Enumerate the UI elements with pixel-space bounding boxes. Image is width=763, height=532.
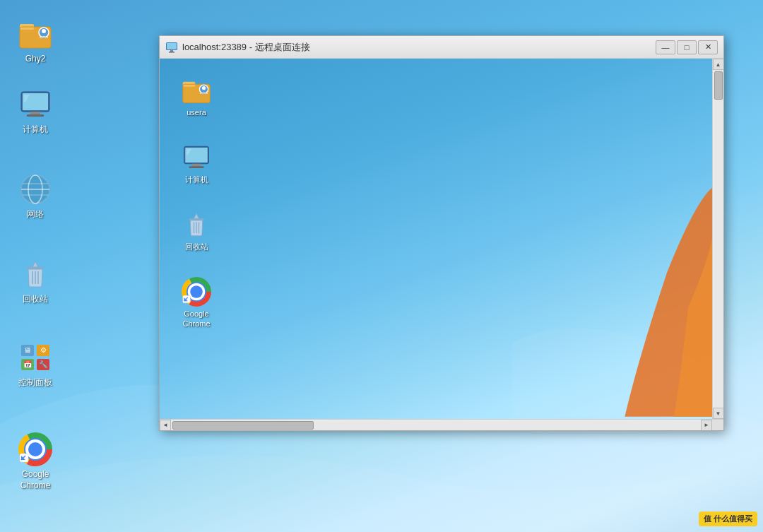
scroll-thumb-right[interactable] bbox=[714, 71, 723, 100]
svg-marker-58 bbox=[194, 213, 199, 218]
svg-rect-46 bbox=[167, 43, 177, 49]
watermark-text: 值 什么值得买 bbox=[704, 514, 752, 523]
rdp-scrollbar-bottom[interactable]: ◄ ► bbox=[160, 419, 723, 430]
scroll-track-bottom bbox=[171, 420, 701, 430]
rdp-content: usera 计算机 bbox=[160, 59, 723, 430]
watermark-badge: 值 什么值得买 bbox=[699, 512, 757, 526]
control-panel-icon: 🖥 ⚙ 📅 🔧 bbox=[18, 341, 52, 374]
rdp-maximize-button[interactable]: □ bbox=[677, 40, 697, 54]
rdp-icon-recycle-label: 回收站 bbox=[185, 242, 208, 252]
scroll-thumb-bottom[interactable] bbox=[172, 421, 314, 430]
rdp-title-bar: localhost:23389 - 远程桌面连接 — □ ✕ bbox=[160, 36, 723, 59]
svg-rect-15 bbox=[30, 112, 40, 114]
scroll-up-button[interactable]: ▲ bbox=[713, 59, 724, 70]
svg-rect-16 bbox=[27, 114, 44, 117]
desktop-icon-ghy2-label: Ghy2 bbox=[25, 54, 46, 65]
desktop-icon-control-panel[interactable]: 🖥 ⚙ 📅 🔧 控制面板 bbox=[11, 338, 60, 391]
desktop-icon-ghy2[interactable]: Ghy2 bbox=[11, 14, 60, 68]
rdp-icon-computer-label: 计算机 bbox=[185, 175, 208, 184]
rdp-window: localhost:23389 - 远程桌面连接 — □ ✕ bbox=[159, 35, 724, 431]
network-icon bbox=[18, 172, 52, 206]
folder-user-icon bbox=[18, 17, 52, 51]
desktop-icon-network[interactable]: 网络 bbox=[11, 170, 60, 223]
svg-text:🖥: 🖥 bbox=[24, 346, 31, 354]
desktop-icon-chrome-local[interactable]: Google Chrome bbox=[11, 430, 60, 494]
svg-text:⚙: ⚙ bbox=[40, 346, 47, 354]
svg-rect-48 bbox=[169, 52, 175, 53]
desktop-icon-computer-local[interactable]: 计算机 bbox=[11, 85, 60, 138]
desktop-icon-network-label: 网络 bbox=[27, 209, 44, 220]
folder-user-rdp-icon bbox=[182, 76, 211, 105]
rdp-scrollbar-right[interactable]: ▲ ▼ bbox=[712, 59, 723, 419]
scroll-corner bbox=[712, 420, 723, 431]
rdp-minimize-button[interactable]: — bbox=[656, 40, 675, 54]
svg-text:📅: 📅 bbox=[23, 360, 32, 369]
rdp-icon-usera[interactable]: usera bbox=[174, 73, 219, 120]
desktop-icon-recycle-label: 回收站 bbox=[23, 294, 48, 305]
rdp-icon-recycle-remote[interactable]: 回收站 bbox=[174, 207, 219, 254]
chrome-rdp-icon bbox=[182, 277, 211, 307]
scroll-track-right bbox=[714, 70, 723, 408]
svg-marker-23 bbox=[32, 261, 38, 267]
desktop-icon-computer-label: 计算机 bbox=[23, 124, 48, 136]
svg-point-41 bbox=[28, 442, 42, 456]
desktop-icon-control-panel-label: 控制面板 bbox=[18, 377, 52, 389]
computer-rdp-icon bbox=[182, 143, 211, 172]
rdp-window-controls: — □ ✕ bbox=[656, 40, 718, 54]
rdp-icon-computer-remote[interactable]: 计算机 bbox=[174, 140, 219, 187]
svg-point-53 bbox=[202, 86, 206, 90]
svg-rect-56 bbox=[192, 164, 201, 167]
recycle-rdp-icon bbox=[182, 210, 211, 240]
svg-rect-57 bbox=[189, 166, 204, 168]
desktop-icon-chrome-local-label: Google Chrome bbox=[20, 469, 51, 491]
scroll-down-button[interactable]: ▼ bbox=[713, 408, 724, 419]
scroll-right-button[interactable]: ► bbox=[701, 420, 712, 431]
svg-point-12 bbox=[42, 29, 46, 33]
recycle-icon bbox=[18, 257, 52, 291]
svg-point-68 bbox=[190, 285, 203, 298]
desktop-icon-recycle-local[interactable]: 回收站 bbox=[11, 254, 60, 308]
chrome-icon-local bbox=[18, 432, 52, 466]
svg-text:🔧: 🔧 bbox=[39, 360, 48, 369]
scroll-left-button[interactable]: ◄ bbox=[160, 420, 171, 431]
rdp-close-button[interactable]: ✕ bbox=[698, 40, 718, 54]
computer-icon bbox=[18, 88, 52, 122]
rdp-title-icon bbox=[165, 41, 178, 54]
rdp-icon-chrome-remote[interactable]: Google Chrome bbox=[174, 274, 219, 332]
rdp-inner-desktop[interactable]: usera 计算机 bbox=[160, 59, 712, 419]
rdp-icon-chrome-label: Google Chrome bbox=[182, 309, 210, 329]
svg-rect-47 bbox=[170, 50, 173, 52]
desktop: Ghy2 计算机 网络 bbox=[0, 0, 763, 532]
rdp-icon-usera-label: usera bbox=[187, 107, 206, 117]
rdp-title-text: localhost:23389 - 远程桌面连接 bbox=[182, 41, 656, 54]
